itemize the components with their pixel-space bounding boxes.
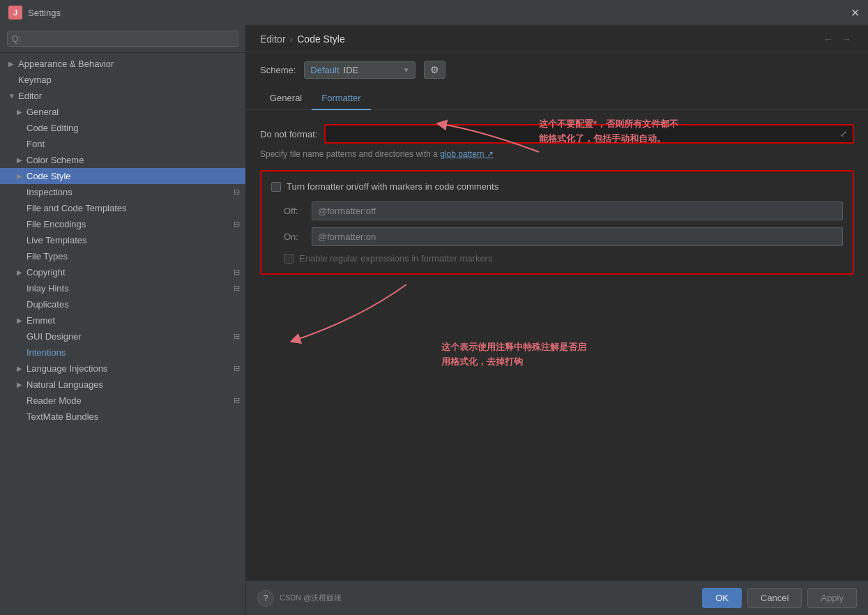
sidebar-item-gui-designer[interactable]: GUI Designer ⊟ — [0, 328, 245, 344]
do-not-format-label: Do not format: — [260, 129, 317, 139]
footer-buttons: OK Cancel Apply — [702, 588, 857, 608]
tab-formatter[interactable]: Formatter — [312, 87, 370, 110]
chevron-icon: ▶ — [17, 317, 26, 324]
scheme-chevron-icon: ▼ — [402, 66, 409, 74]
tabs-row: General Formatter — [246, 87, 868, 110]
chevron-icon: ▶ — [17, 365, 26, 372]
sidebar-item-code-style[interactable]: ▶ Code Style — [0, 168, 245, 184]
sidebar-item-natural-languages[interactable]: ▶ Natural Languages — [0, 377, 245, 393]
hint-row: Specify file name patterns and directori… — [260, 149, 854, 159]
annotation-text-2: 这个表示使用注释中特殊注解是否启用格式化，去掉打钩 — [441, 340, 586, 370]
breadcrumb-separator: › — [290, 33, 294, 45]
do-not-format-row: Do not format: ⤢ — [260, 124, 854, 144]
sidebar-item-file-encodings[interactable]: File Encodings ⊟ — [0, 216, 245, 232]
cancel-button[interactable]: Cancel — [747, 588, 802, 608]
on-value: @formatter:on — [318, 231, 376, 242]
arrow-svg-2 — [260, 271, 413, 354]
badge-icon: ⊟ — [234, 396, 240, 405]
sidebar-item-label: TextMate Bundles — [26, 411, 240, 422]
sidebar-item-label: File Encodings — [26, 219, 234, 229]
sidebar-item-label: Duplicates — [26, 299, 240, 310]
sidebar-item-intentions[interactable]: Intentions — [0, 344, 245, 360]
content-body: Do not format: ⤢ Specify file name patte… — [246, 110, 868, 580]
sidebar-item-label: Reader Mode — [26, 395, 234, 406]
window-title: Settings — [28, 8, 61, 18]
sidebar-item-label: GUI Designer — [26, 331, 234, 342]
sidebar-item-label: Code Editing — [26, 123, 240, 133]
scheme-select-dropdown[interactable]: Default IDE ▼ — [304, 61, 416, 79]
search-input-wrap[interactable]: Q: — [7, 31, 238, 47]
badge-icon: ⊟ — [234, 188, 240, 197]
chevron-icon: ▶ — [17, 172, 26, 180]
chevron-icon: ▶ — [17, 156, 26, 164]
sidebar-item-duplicates[interactable]: Duplicates — [0, 296, 245, 312]
sidebar-item-label: Editor — [18, 91, 240, 101]
ok-button[interactable]: OK — [702, 588, 742, 608]
sidebar-item-label: Keymap — [18, 75, 240, 85]
badge-icon: ⊟ — [234, 284, 240, 293]
breadcrumb: Editor › Code Style — [260, 33, 345, 45]
scheme-type: IDE — [344, 65, 359, 75]
sidebar-item-language-injections[interactable]: ▶ Language Injections ⊟ — [0, 360, 245, 377]
sidebar-item-copyright[interactable]: ▶ Copyright ⊟ — [0, 264, 245, 280]
sidebar-item-keymap[interactable]: Keymap — [0, 72, 245, 88]
badge-icon: ⊟ — [234, 332, 240, 341]
regex-checkbox[interactable] — [284, 254, 294, 264]
scheme-label: Scheme: — [260, 65, 296, 75]
breadcrumb-editor: Editor — [260, 33, 286, 45]
sidebar-item-label: Font — [26, 139, 240, 149]
chevron-icon: ▶ — [17, 268, 26, 276]
sidebar-item-appearance-behavior[interactable]: ▶ Appearance & Behavior — [0, 56, 245, 72]
formatter-markers-checkbox-row: Turn formatter on/off with markers in co… — [271, 181, 843, 192]
footer: ? CSDN @沃柑贩雄 OK Cancel Apply — [246, 580, 868, 615]
sidebar-item-label: File Types — [26, 251, 240, 261]
footer-watermark: CSDN @沃柑贩雄 — [280, 593, 342, 603]
expand-icon[interactable]: ⤢ — [840, 129, 847, 139]
sidebar-item-code-editing[interactable]: Code Editing — [0, 120, 245, 136]
gear-button[interactable]: ⚙ — [424, 61, 446, 79]
chevron-icon: ▶ — [17, 381, 26, 388]
chevron-icon: ▶ — [17, 108, 26, 116]
sidebar-item-inlay-hints[interactable]: Inlay Hints ⊟ — [0, 280, 245, 296]
nav-arrows: ← → — [821, 32, 854, 46]
sidebar-item-file-code-templates[interactable]: File and Code Templates — [0, 200, 245, 216]
sidebar-item-label: Live Templates — [26, 235, 240, 245]
do-not-format-input[interactable]: ⤢ — [324, 124, 854, 144]
app-icon: J — [8, 6, 22, 20]
glob-pattern-link[interactable]: glob pattern ↗ — [440, 149, 494, 159]
sidebar-item-font[interactable]: Font — [0, 136, 245, 152]
scheme-name: Default — [310, 65, 339, 75]
off-value: @formatter:off — [318, 206, 376, 216]
apply-button[interactable]: Apply — [807, 588, 857, 608]
nav-tree: ▶ Appearance & Behavior Keymap ▼ Editor … — [0, 53, 245, 615]
on-label: On: — [284, 231, 305, 242]
sidebar-item-live-templates[interactable]: Live Templates — [0, 232, 245, 248]
sidebar-item-label: Inlay Hints — [26, 283, 234, 294]
search-input[interactable] — [24, 33, 234, 44]
sidebar-item-inspections[interactable]: Inspections ⊟ — [0, 184, 245, 200]
help-button[interactable]: ? — [257, 590, 274, 607]
on-field-row: On: @formatter:on — [271, 227, 843, 246]
sidebar-item-file-types[interactable]: File Types — [0, 248, 245, 264]
sidebar-item-reader-mode[interactable]: Reader Mode ⊟ — [0, 393, 245, 409]
chevron-icon: ▶ — [8, 60, 18, 68]
hint-text: Specify file name patterns and directori… — [260, 149, 438, 159]
nav-back-button[interactable]: ← — [821, 32, 836, 46]
regex-label: Enable regular expressions in formatter … — [299, 253, 492, 264]
sidebar-item-textmate-bundles[interactable]: TextMate Bundles — [0, 409, 245, 425]
close-icon[interactable]: ✕ — [851, 6, 860, 20]
sidebar-item-color-scheme[interactable]: ▶ Color Scheme — [0, 152, 245, 168]
sidebar-item-emmet[interactable]: ▶ Emmet — [0, 312, 245, 328]
off-label: Off: — [284, 206, 305, 216]
sidebar-item-label: Color Scheme — [26, 155, 240, 165]
nav-forward-button[interactable]: → — [839, 32, 854, 46]
content-area: Editor › Code Style ← → Scheme: Default … — [246, 25, 868, 615]
tab-general[interactable]: General — [260, 87, 312, 110]
search-box-container: Q: — [0, 25, 245, 53]
sidebar-item-general[interactable]: ▶ General — [0, 104, 245, 120]
sidebar-item-label: File and Code Templates — [26, 203, 240, 213]
sidebar-item-editor[interactable]: ▼ Editor — [0, 88, 245, 104]
sidebar-item-label: Appearance & Behavior — [18, 59, 240, 69]
sidebar-item-label: General — [26, 107, 240, 117]
formatter-markers-checkbox[interactable] — [271, 182, 281, 192]
